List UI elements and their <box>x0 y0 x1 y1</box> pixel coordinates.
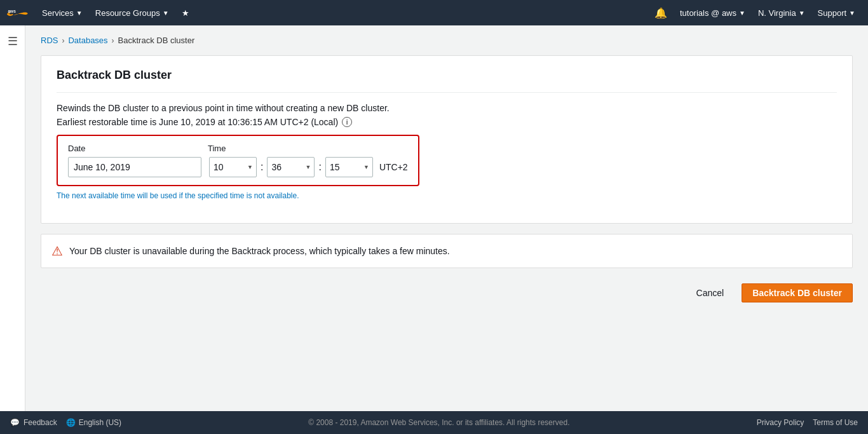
warning-icon: ⚠ <box>51 243 63 259</box>
minute-select[interactable]: 36 37 38 <box>267 157 315 177</box>
region-nav[interactable]: N. Virginia ▼ <box>752 0 811 25</box>
chat-icon: 💬 <box>10 418 20 427</box>
feedback-link[interactable]: 💬 Feedback <box>10 418 57 427</box>
support-nav[interactable]: Support ▼ <box>811 0 862 25</box>
notifications-bell[interactable]: 🔔 <box>648 7 674 19</box>
hamburger-icon: ☰ <box>8 34 18 48</box>
earliest-time-text: Earliest restorable time is June 10, 201… <box>57 117 338 127</box>
main-content: RDS › Databases › Backtrack DB cluster B… <box>25 25 868 411</box>
resource-groups-nav[interactable]: Resource Groups ▼ <box>89 0 175 25</box>
warning-text: Your DB cluster is unavailable during th… <box>69 246 450 256</box>
actions: Cancel Backtrack DB cluster <box>41 278 853 308</box>
datetime-labels: Date Time <box>68 144 408 153</box>
language-selector[interactable]: 🌐 English (US) <box>66 418 121 427</box>
sidebar-toggle[interactable]: ☰ <box>0 25 25 411</box>
bookmarks-nav[interactable]: ★ <box>175 0 196 25</box>
datetime-inputs: 10 11 12 : 36 37 38 <box>68 157 408 177</box>
region-caret: ▼ <box>799 10 805 17</box>
breadcrumb-current: Backtrack DB cluster <box>118 36 195 45</box>
backtrack-button[interactable]: Backtrack DB cluster <box>742 283 853 302</box>
star-icon: ★ <box>182 8 189 18</box>
date-input[interactable] <box>68 157 201 177</box>
hour-select[interactable]: 10 11 12 <box>209 157 257 177</box>
main-card: Backtrack DB cluster Rewinds the DB clus… <box>41 55 853 224</box>
datetime-box: Date Time 10 11 12 <box>57 135 419 186</box>
nav-right: 🔔 tutorials @ aws ▼ N. Virginia ▼ Suppor… <box>648 0 862 25</box>
hour-select-wrapper: 10 11 12 <box>209 157 257 177</box>
colon-2: : <box>318 161 321 173</box>
utc-label: UTC+2 <box>379 162 408 172</box>
minute-select-wrapper: 36 37 38 <box>267 157 315 177</box>
privacy-policy-link[interactable]: Privacy Policy <box>757 418 804 427</box>
breadcrumb-rds[interactable]: RDS <box>41 36 58 45</box>
footer-left: 💬 Feedback 🌐 English (US) <box>10 418 121 427</box>
breadcrumb-databases[interactable]: Databases <box>68 36 107 45</box>
aws-logo[interactable]: aws <box>6 5 29 20</box>
breadcrumb-sep-1: › <box>62 36 64 45</box>
footer-copyright: © 2008 - 2019, Amazon Web Services, Inc.… <box>121 418 757 427</box>
breadcrumb-sep-2: › <box>112 36 114 45</box>
user-caret: ▼ <box>739 10 745 17</box>
footer-right: Privacy Policy Terms of Use <box>757 418 858 427</box>
user-nav[interactable]: tutorials @ aws ▼ <box>674 0 752 25</box>
support-caret: ▼ <box>849 10 855 17</box>
time-label: Time <box>208 144 226 153</box>
hint-text: The next available time will be used if … <box>57 191 837 200</box>
info-icon[interactable]: i <box>342 117 352 127</box>
description-text: Rewinds the DB cluster to a previous poi… <box>57 103 837 113</box>
page-title: Backtrack DB cluster <box>57 69 837 82</box>
resource-groups-caret: ▼ <box>163 10 169 17</box>
footer: 💬 Feedback 🌐 English (US) © 2008 - 2019,… <box>0 411 868 434</box>
globe-icon: 🌐 <box>66 418 76 427</box>
second-select[interactable]: 15 16 17 <box>325 157 373 177</box>
svg-text:aws: aws <box>8 9 16 13</box>
colon-1: : <box>261 161 263 173</box>
layout: ☰ RDS › Databases › Backtrack DB cluster… <box>0 25 868 411</box>
top-nav: aws Services ▼ Resource Groups ▼ ★ 🔔 tut… <box>0 0 868 25</box>
cancel-button[interactable]: Cancel <box>686 283 735 302</box>
date-label: Date <box>68 144 208 153</box>
second-select-wrapper: 15 16 17 <box>325 157 373 177</box>
terms-of-use-link[interactable]: Terms of Use <box>813 418 858 427</box>
breadcrumb: RDS › Databases › Backtrack DB cluster <box>41 36 853 45</box>
earliest-time: Earliest restorable time is June 10, 201… <box>57 117 837 127</box>
description-section: Rewinds the DB cluster to a previous poi… <box>57 92 837 210</box>
services-caret: ▼ <box>76 10 83 17</box>
services-nav[interactable]: Services ▼ <box>36 0 89 25</box>
warning-box: ⚠ Your DB cluster is unavailable during … <box>41 234 853 268</box>
